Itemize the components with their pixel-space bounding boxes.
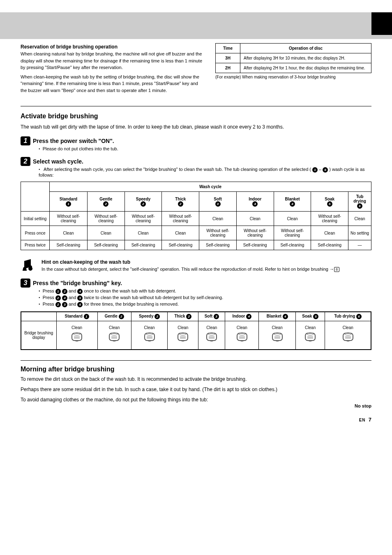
- music-note-icon: [21, 258, 35, 271]
- disc-operation-table: Time Operation of disc 3H After displayi…: [215, 43, 371, 73]
- step-2-text: Select wash cycle.: [33, 158, 83, 165]
- brush-icon: [303, 330, 317, 344]
- step-1-icon: 1: [21, 136, 30, 145]
- disc-r2c2: After displaying 2H for 1 hour, the disc…: [240, 63, 371, 73]
- disc-r1c2: After displaying 3H for 10 minutes, the …: [240, 53, 371, 63]
- disc-r1c1: 3H: [216, 53, 240, 63]
- disc-r2c1: 2H: [216, 63, 240, 73]
- step-3-text: Press the "bridge brushing" key.: [33, 280, 122, 286]
- no-stop-label: No stop: [355, 404, 371, 408]
- bridge-brushing-table: Standard 1 Gentle 2 Speedy 2 Thick 2 Sof…: [21, 311, 371, 350]
- step3-b1: Press 1 2 and 4 once to clean the wash t…: [39, 288, 371, 294]
- wash-cycle-head: Wash cycle: [50, 182, 371, 192]
- morning-p2: Perhaps there are some residual dirt in …: [21, 386, 371, 394]
- brush-icon: [270, 330, 284, 344]
- disc-note: (For example) When making reservation of…: [215, 75, 371, 79]
- svg-point-1: [29, 265, 32, 269]
- step-2-icon: 2: [21, 157, 30, 166]
- morning-heading: Morning after bridge brushing: [21, 360, 371, 373]
- svg-point-0: [23, 267, 26, 270]
- reservation-heading: Reservation of bridge brushing operation: [21, 43, 203, 51]
- step-1-bullet: Please do not put clothes into the tub.: [39, 146, 371, 151]
- step-1-text: Press the power switch "ON".: [33, 138, 114, 144]
- brush-icon: [176, 330, 190, 344]
- brush-icon: [235, 330, 249, 344]
- step3-b2: Press 2 4 and 5 twice to clean the wash …: [39, 295, 371, 301]
- page-number: EN 7: [21, 417, 371, 423]
- morning-p1: To remove the dirt stuck on the back of …: [21, 375, 371, 383]
- page-ref-icon: →8: [330, 266, 339, 273]
- step3-b3: Press 2 3 and 6 for three times, the bri…: [39, 302, 371, 307]
- morning-p3: To avoid damaging clothes or the machine…: [21, 396, 371, 404]
- activate-heading: Activate bridge brushing: [21, 106, 371, 120]
- step-2-bullet: After selecting the wash cycle, you can …: [39, 167, 371, 177]
- brush-icon: [205, 330, 219, 344]
- wash-cycle-table: Wash cycle Standard1 Gentle2 Speedy2 Thi…: [21, 182, 371, 250]
- hint-heading: Hint on clean-keeping of the wash tub: [42, 258, 339, 266]
- brush-icon: [341, 330, 355, 344]
- brush-icon: [70, 330, 84, 344]
- step-3-icon: 3: [21, 279, 30, 288]
- brush-icon: [143, 330, 157, 344]
- disc-th-op: Operation of disc: [240, 44, 371, 53]
- disc-th-time: Time: [216, 44, 240, 53]
- reservation-body2: When clean-keeping the wash tub by the s…: [21, 74, 203, 94]
- activate-intro: The wash tub will get dirty with the lap…: [21, 123, 371, 131]
- brush-icon: [107, 330, 121, 344]
- hint-body: In the case without tub detergent, selec…: [42, 266, 339, 273]
- reservation-body: When cleaning natural hair by bridge bru…: [21, 51, 203, 71]
